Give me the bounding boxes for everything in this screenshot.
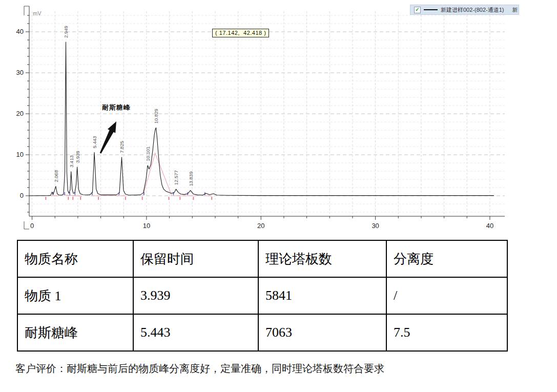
peak-retention-label: 2.949 <box>63 26 69 38</box>
chromatogram-trace <box>29 42 494 196</box>
svg-text:10: 10 <box>16 151 24 158</box>
col-header-resolution: 分离度 <box>386 240 507 277</box>
chromatogram-panel: 010203040010203040mV2.0682.9493.4133.939… <box>0 0 520 235</box>
svg-text:10: 10 <box>143 222 150 230</box>
annotation-arrow-icon <box>100 121 116 154</box>
svg-text:0: 0 <box>30 222 34 230</box>
col-header-plates: 理论塔板数 <box>258 240 386 277</box>
cell-plates: 7063 <box>258 314 386 351</box>
cell-substance: 物质 1 <box>17 277 133 314</box>
peak-retention-label: 5.443 <box>92 136 97 148</box>
svg-text:40: 40 <box>486 222 493 230</box>
legend-series-label: 新建进样002-(802-通道1) <box>441 6 504 14</box>
cell-substance: 耐斯糖峰 <box>17 314 133 351</box>
svg-text:30: 30 <box>16 69 24 76</box>
svg-text:30: 30 <box>372 222 379 230</box>
peak-retention-label: 3.413 <box>69 155 74 168</box>
table-row: 物质 1 3.939 5841 / <box>17 277 507 314</box>
table-row: 耐斯糖峰 5.443 7063 7.5 <box>17 314 507 351</box>
legend-bar[interactable]: ✓ 新建进样002-(802-通道1) 新 <box>410 5 519 15</box>
cell-plates: 5841 <box>258 277 386 314</box>
peak-retention-label: 10.101 <box>145 147 151 161</box>
legend-checkbox-icon[interactable]: ✓ <box>414 7 421 13</box>
peak-retention-label: 2.068 <box>53 170 59 182</box>
peak-retention-label: 7.825 <box>119 141 125 153</box>
col-header-substance: 物质名称 <box>17 240 133 277</box>
table-header-row: 物质名称 保留时间 理论塔板数 分离度 <box>17 240 507 277</box>
peak-retention-label: 12.577 <box>173 170 179 185</box>
results-table: 物质名称 保留时间 理论塔板数 分离度 物质 1 3.939 5841 / 耐斯… <box>17 240 508 352</box>
legend-line-sample-icon <box>424 9 438 10</box>
cell-resolution: / <box>386 277 507 314</box>
svg-text:20: 20 <box>16 110 24 117</box>
customer-evaluation-text: 客户评价：耐斯糖与前后的物质峰分离度好，定量准确，同时理论塔板数符合要求 <box>15 362 557 376</box>
peak-retention-label: 3.939 <box>75 151 80 163</box>
cursor-coordinate-readout: ( 17.142, 42.418 ) <box>212 29 269 37</box>
cell-resolution: 7.5 <box>386 314 507 351</box>
legend-series-label-truncated: 新 <box>512 6 518 14</box>
col-header-retention: 保留时间 <box>133 240 258 277</box>
peak-retention-label: 10.829 <box>153 109 159 123</box>
cell-retention: 5.443 <box>133 314 258 351</box>
cell-retention: 3.939 <box>133 277 258 314</box>
svg-text:0: 0 <box>20 192 24 199</box>
nystose-peak-annotation: 耐斯糖峰 <box>102 103 131 112</box>
svg-text:mV: mV <box>33 10 42 16</box>
peak-retention-label: 13.839 <box>188 172 194 187</box>
svg-text:20: 20 <box>257 222 264 230</box>
svg-text:40: 40 <box>16 28 24 35</box>
